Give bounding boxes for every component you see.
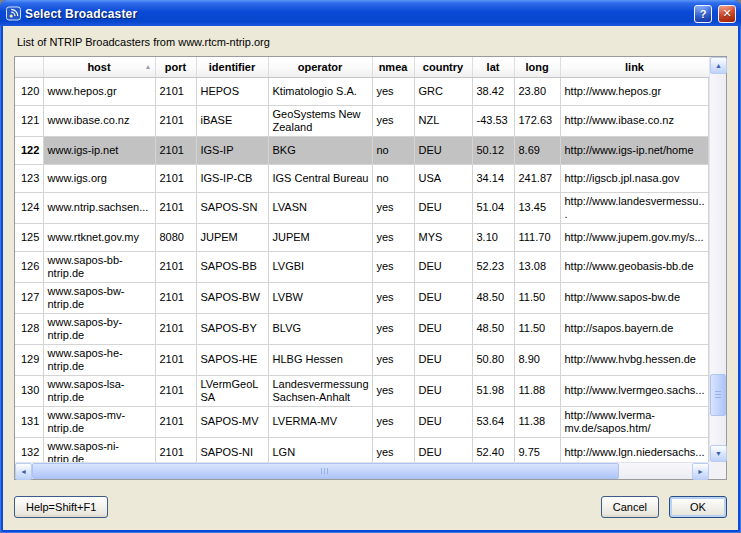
cell-link[interactable]: http://sapos.bayern.de <box>560 313 709 344</box>
column-header-num[interactable] <box>15 57 43 77</box>
scroll-right-button[interactable]: ► <box>692 463 709 480</box>
cell-nmea[interactable]: yes <box>372 437 414 462</box>
row-number[interactable]: 129 <box>15 344 43 375</box>
vertical-scrollbar[interactable]: ▲ ▼ <box>709 57 726 462</box>
cell-link[interactable]: http://www.hvbg.hessen.de <box>560 344 709 375</box>
cell-nmea[interactable]: no <box>372 164 414 192</box>
cell-host[interactable]: www.igs-ip.net <box>43 136 155 164</box>
cell-operator[interactable]: BLVG <box>268 313 372 344</box>
cell-country[interactable]: MYS <box>414 223 472 251</box>
broadcaster-row[interactable]: 127www.sapos-bw-ntrip.de2101SAPOS-BWLVBW… <box>15 282 709 313</box>
vertical-scroll-thumb[interactable] <box>710 374 726 416</box>
cell-lat[interactable]: 51.04 <box>472 192 514 223</box>
cell-nmea[interactable]: yes <box>372 223 414 251</box>
cell-country[interactable]: DEU <box>414 406 472 437</box>
row-number[interactable]: 127 <box>15 282 43 313</box>
cell-port[interactable]: 2101 <box>155 77 196 105</box>
row-number[interactable]: 132 <box>15 437 43 462</box>
vertical-scroll-track[interactable] <box>710 74 726 445</box>
broadcaster-row[interactable]: 130www.sapos-lsa-ntrip.de2101LVermGeoLSA… <box>15 375 709 406</box>
scroll-down-button[interactable]: ▼ <box>710 445 727 462</box>
cell-host[interactable]: www.sapos-ni-ntrip.de <box>43 437 155 462</box>
cell-nmea[interactable]: yes <box>372 192 414 223</box>
column-header-port[interactable]: port <box>155 57 196 77</box>
cell-host[interactable]: www.sapos-mv-ntrip.de <box>43 406 155 437</box>
cell-country[interactable]: DEU <box>414 136 472 164</box>
cell-host[interactable]: www.ntrip.sachsen... <box>43 192 155 223</box>
cell-identifier[interactable]: IGS-IP <box>196 136 268 164</box>
ok-button[interactable]: OK <box>669 496 727 518</box>
cell-long[interactable]: 11.88 <box>514 375 560 406</box>
broadcaster-row[interactable]: 121www.ibase.co.nz2101iBASEGeoSystems Ne… <box>15 105 709 136</box>
cell-host[interactable]: www.sapos-by-ntrip.de <box>43 313 155 344</box>
cell-lat[interactable]: 38.42 <box>472 77 514 105</box>
cell-lat[interactable]: 34.14 <box>472 164 514 192</box>
cell-lat[interactable]: 50.80 <box>472 344 514 375</box>
cell-nmea[interactable]: yes <box>372 406 414 437</box>
cell-host[interactable]: www.igs.org <box>43 164 155 192</box>
cell-nmea[interactable]: yes <box>372 375 414 406</box>
cell-port[interactable]: 2101 <box>155 313 196 344</box>
cell-port[interactable]: 2101 <box>155 164 196 192</box>
column-header-link[interactable]: link <box>560 57 709 77</box>
cell-port[interactable]: 2101 <box>155 344 196 375</box>
row-number[interactable]: 130 <box>15 375 43 406</box>
row-number[interactable]: 121 <box>15 105 43 136</box>
cell-port[interactable]: 2101 <box>155 437 196 462</box>
cell-operator[interactable]: LVBW <box>268 282 372 313</box>
cell-lat[interactable]: 51.98 <box>472 375 514 406</box>
cell-operator[interactable]: LVERMA-MV <box>268 406 372 437</box>
broadcaster-row[interactable]: 123www.igs.org2101IGS-IP-CBIGS Central B… <box>15 164 709 192</box>
broadcaster-row[interactable]: 122www.igs-ip.net2101IGS-IPBKGnoDEU50.12… <box>15 136 709 164</box>
broadcaster-row[interactable]: 126www.sapos-bb-ntrip.de2101SAPOS-BBLVGB… <box>15 251 709 282</box>
row-number[interactable]: 123 <box>15 164 43 192</box>
cell-port[interactable]: 2101 <box>155 375 196 406</box>
row-number[interactable]: 128 <box>15 313 43 344</box>
cell-identifier[interactable]: SAPOS-BW <box>196 282 268 313</box>
cell-port[interactable]: 2101 <box>155 282 196 313</box>
column-header-identifier[interactable]: identifier <box>196 57 268 77</box>
cell-operator[interactable]: JUPEM <box>268 223 372 251</box>
cell-host[interactable]: www.hepos.gr <box>43 77 155 105</box>
column-header-country[interactable]: country <box>414 57 472 77</box>
scroll-left-button[interactable]: ◄ <box>15 463 32 480</box>
cell-link[interactable]: http://www.hepos.gr <box>560 77 709 105</box>
cell-port[interactable]: 2101 <box>155 251 196 282</box>
cell-long[interactable]: 11.50 <box>514 282 560 313</box>
cell-operator[interactable]: HLBG Hessen <box>268 344 372 375</box>
cell-country[interactable]: NZL <box>414 105 472 136</box>
cell-identifier[interactable]: IGS-IP-CB <box>196 164 268 192</box>
broadcaster-row[interactable]: 132www.sapos-ni-ntrip.de2101SAPOS-NILGNy… <box>15 437 709 462</box>
horizontal-scroll-track[interactable] <box>32 463 692 479</box>
column-header-host[interactable]: host▲ <box>43 57 155 77</box>
cell-host[interactable]: www.sapos-lsa-ntrip.de <box>43 375 155 406</box>
cell-nmea[interactable]: yes <box>372 313 414 344</box>
column-header-nmea[interactable]: nmea <box>372 57 414 77</box>
cell-nmea[interactable]: yes <box>372 251 414 282</box>
cell-identifier[interactable]: LVermGeoLSA <box>196 375 268 406</box>
help-button[interactable]: Help=Shift+F1 <box>14 496 108 518</box>
row-number[interactable]: 122 <box>15 136 43 164</box>
cell-operator[interactable]: GeoSystems New Zealand <box>268 105 372 136</box>
cell-host[interactable]: www.sapos-he-ntrip.de <box>43 344 155 375</box>
row-number[interactable]: 126 <box>15 251 43 282</box>
cell-long[interactable]: 13.45 <box>514 192 560 223</box>
cell-link[interactable]: http://www.sapos-bw.de <box>560 282 709 313</box>
cell-port[interactable]: 2101 <box>155 105 196 136</box>
row-number[interactable]: 125 <box>15 223 43 251</box>
cell-identifier[interactable]: JUPEM <box>196 223 268 251</box>
cell-lat[interactable]: 53.64 <box>472 406 514 437</box>
cell-country[interactable]: GRC <box>414 77 472 105</box>
titlebar-close-button[interactable]: ✕ <box>718 5 736 23</box>
cell-long[interactable]: 8.90 <box>514 344 560 375</box>
cell-long[interactable]: 8.69 <box>514 136 560 164</box>
cell-operator[interactable]: LVASN <box>268 192 372 223</box>
cell-operator[interactable]: Ktimatologio S.A. <box>268 77 372 105</box>
cell-operator[interactable]: LVGBI <box>268 251 372 282</box>
cell-link[interactable]: http://www.geobasis-bb.de <box>560 251 709 282</box>
cell-identifier[interactable]: SAPOS-BY <box>196 313 268 344</box>
cell-port[interactable]: 8080 <box>155 223 196 251</box>
broadcaster-row[interactable]: 124www.ntrip.sachsen...2101SAPOS-SNLVASN… <box>15 192 709 223</box>
cell-operator[interactable]: BKG <box>268 136 372 164</box>
cell-country[interactable]: DEU <box>414 192 472 223</box>
